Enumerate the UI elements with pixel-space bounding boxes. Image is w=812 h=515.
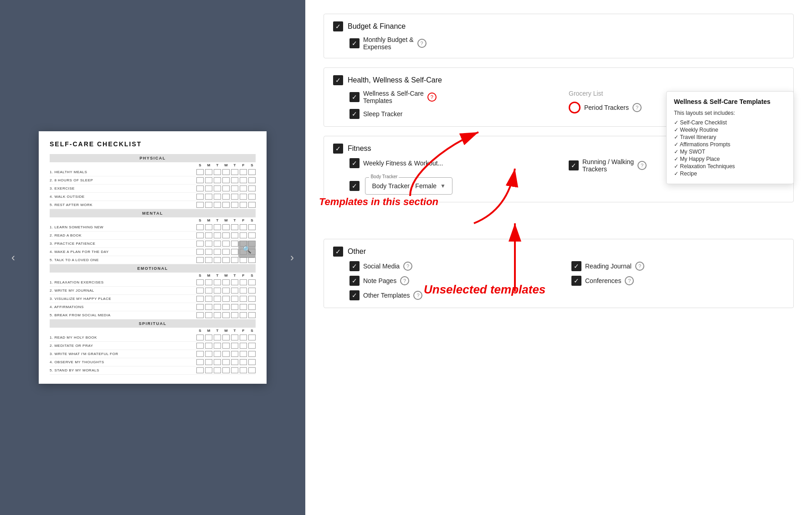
days-header-spiritual: SMTWTFS <box>50 328 256 334</box>
section-other-checkbox[interactable]: ✓ <box>333 247 343 257</box>
fitness-item-weekly: ✓ Weekly Fitness & Workout... <box>349 158 565 168</box>
item-label: Period Trackers <box>584 104 629 111</box>
list-item: 4. WALK OUTSIDE <box>50 193 256 201</box>
info-icon[interactable]: ? <box>413 291 422 300</box>
section-physical-header: PHYSICAL <box>50 154 256 162</box>
list-item: 3. WRITE WHAT I'M GRATEFUL FOR <box>50 350 256 358</box>
body-tracker-checkbox[interactable]: ✓ <box>349 181 360 191</box>
body-tracker-dropdown[interactable]: Body Tracker Body Tracker - Female ▼ <box>365 177 452 195</box>
item-label: Other Templates <box>363 292 410 299</box>
list-item: Affirmations Prompts <box>674 141 786 148</box>
annotation-unselected: Unselected templates <box>424 283 545 297</box>
section-health-checkbox[interactable]: ✓ <box>333 75 343 85</box>
section-budget: ✓ Budget & Finance ✓ Monthly Budget &Exp… <box>324 14 794 58</box>
right-panel: Wellness & Self-Care Templates This layo… <box>305 0 812 515</box>
list-item: Relaxation Techniques <box>674 163 786 170</box>
tooltip-title: Wellness & Self-Care Templates <box>674 98 786 105</box>
list-item: 1. HEALTHY MEALS <box>50 168 256 176</box>
other-item-conferences: ✓ Conferences ? <box>571 276 784 286</box>
annotation-unselected-text: Unselected templates <box>424 283 545 296</box>
left-panel: ‹ › SELF-CARE CHECKLIST PHYSICAL S M T W… <box>0 0 305 515</box>
section-fitness-checkbox[interactable]: ✓ <box>333 144 343 154</box>
section-other: ✓ Other ✓ Social Media ? ✓ Reading Journ… <box>324 239 794 308</box>
other-item-reading: ✓ Reading Journal ? <box>571 261 784 271</box>
tooltip-subtitle: This layouts set includes: <box>674 110 786 116</box>
info-icon[interactable]: ? <box>637 161 647 170</box>
info-icon[interactable]: ? <box>417 39 427 48</box>
item-checkbox[interactable]: ✓ <box>349 92 360 102</box>
info-icon[interactable]: ? <box>400 276 409 285</box>
section-emotional-header: EMOTIONAL <box>50 264 256 273</box>
item-checkbox[interactable]: ✓ <box>349 276 360 286</box>
item-checkbox[interactable]: ✓ <box>349 290 360 300</box>
list-item: 1. LEARN SOMETHING NEW <box>50 223 256 232</box>
nav-prev-button[interactable]: ‹ <box>7 247 20 268</box>
info-icon-wellness[interactable]: ? <box>427 93 437 102</box>
item-checkbox[interactable]: ✓ <box>349 38 360 48</box>
section-mental-header: MENTAL <box>50 209 256 217</box>
tooltip-items-list: Self-Care Checklist Weekly Routine Trave… <box>674 119 786 177</box>
body-tracker-select[interactable]: Body Tracker - Female ▼ <box>370 180 447 191</box>
section-spiritual-header: SPIRITUAL <box>50 319 256 328</box>
body-tracker-value: Body Tracker - Female <box>372 182 437 190</box>
item-label: Reading Journal <box>585 263 632 270</box>
list-item: 4. OBSERVE MY THOUGHTS <box>50 358 256 366</box>
info-icon[interactable]: ? <box>403 262 412 271</box>
annotation-text: Templates in this section <box>319 196 438 207</box>
item-label: Monthly Budget &Expenses <box>363 36 414 51</box>
item-label: Conferences <box>585 277 621 284</box>
days-header-mental: SMTWTFS <box>50 217 256 223</box>
section-other-header: ✓ Other <box>333 247 784 257</box>
item-checkbox[interactable]: ✓ <box>571 276 581 286</box>
list-item: 5. BREAK FROM SOCIAL MEDIA <box>50 311 256 319</box>
health-item-wellness: ✓ Wellness & Self-CareTemplates ? <box>349 90 565 104</box>
item-label: Sleep Tracker <box>363 110 402 118</box>
list-item: Travel Itinerary <box>674 134 786 141</box>
list-item: 1. RELAXATION EXERCISES <box>50 278 256 287</box>
info-icon[interactable]: ? <box>625 276 634 285</box>
item-checkbox-unchecked[interactable] <box>569 102 581 113</box>
item-checkbox[interactable]: ✓ <box>349 158 360 168</box>
section-budget-header: ✓ Budget & Finance <box>333 21 784 31</box>
item-checkbox[interactable]: ✓ <box>571 261 581 271</box>
list-item: 1. READ MY HOLY BOOK <box>50 334 256 342</box>
body-tracker-label: Body Tracker <box>369 174 399 179</box>
info-icon[interactable]: ? <box>632 103 642 112</box>
list-item: Recipe <box>674 170 786 177</box>
item-label: Note Pages <box>363 277 396 284</box>
other-item-social: ✓ Social Media ? <box>349 261 562 271</box>
item-checkbox[interactable]: ✓ <box>349 261 360 271</box>
chevron-down-icon: ▼ <box>440 183 446 189</box>
health-item-sleep: ✓ Sleep Tracker <box>349 109 565 119</box>
other-items-grid: ✓ Social Media ? ✓ Reading Journal ? ✓ N… <box>333 261 784 300</box>
list-item: 3. PRACTICE PATIENCE <box>50 240 256 248</box>
list-item: 3. EXERCISE <box>50 185 256 193</box>
list-item: My SWOT <box>674 148 786 155</box>
nav-next-button[interactable]: › <box>286 247 298 268</box>
days-header-emotional: SMTWTFS <box>50 273 256 278</box>
zoom-icon: 🔍 <box>238 241 256 258</box>
checklist-card: SELF-CARE CHECKLIST PHYSICAL S M T W T F… <box>39 131 267 384</box>
list-item: 3. VISUALIZE MY HAPPY PLACE <box>50 295 256 303</box>
list-item: My Happy Place <box>674 155 786 163</box>
section-other-title: Other <box>348 247 366 256</box>
item-checkbox[interactable]: ✓ <box>569 160 579 170</box>
item-label: Wellness & Self-CareTemplates <box>363 90 424 104</box>
section-fitness-title: Fitness <box>348 144 371 153</box>
annotation-templates-section: Templates in this section <box>319 196 438 208</box>
item-label: Social Media <box>363 263 400 270</box>
body-tracker-container: ✓ Body Tracker Body Tracker - Female ▼ <box>349 175 565 195</box>
list-item: 5. REST AFTER WORK <box>50 201 256 209</box>
list-item: 5. STAND BY MY MORALS <box>50 366 256 375</box>
item-checkbox[interactable]: ✓ <box>349 109 360 119</box>
item-label: Weekly Fitness & Workout... <box>363 160 443 167</box>
section-budget-checkbox[interactable]: ✓ <box>333 21 343 31</box>
section-health-header: ✓ Health, Wellness & Self-Care <box>333 75 784 85</box>
list-item: Self-Care Checklist <box>674 119 786 126</box>
list-item: 2. READ A BOOK <box>50 232 256 240</box>
info-icon[interactable]: ? <box>635 262 644 271</box>
list-item: 5. TALK TO A LOVED ONE <box>50 256 256 264</box>
checklist-title: SELF-CARE CHECKLIST <box>50 140 256 148</box>
list-item: 2. WRITE MY JOURNAL <box>50 287 256 295</box>
item-label: Grocery List <box>569 90 603 97</box>
